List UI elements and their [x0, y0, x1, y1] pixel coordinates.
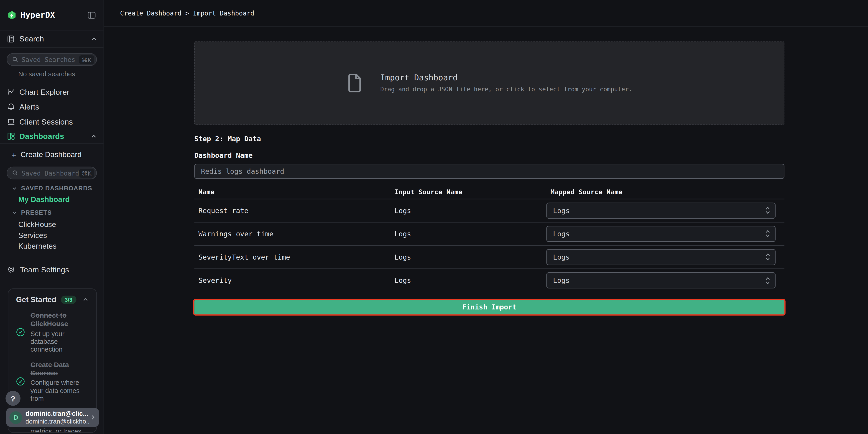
chevron-up-icon [91, 36, 97, 42]
row-name: SeverityText over time [194, 253, 390, 261]
row-input-source: Logs [390, 276, 547, 284]
dropzone-subtitle: Drag and drop a JSON file here, or click… [380, 86, 632, 93]
user-menu[interactable]: D dominic.tran@clic... dominic.tran@clic… [6, 408, 99, 427]
app: HyperDX Search [0, 0, 868, 434]
step-title: Step 2: Map Data [194, 134, 784, 143]
main-content: Create Dashboard > Import Dashboard Impo… [104, 0, 868, 434]
chevron-down-icon [11, 210, 17, 215]
get-started-item: Create Data Sources Configure where your… [13, 361, 91, 402]
select-chevrons-icon [765, 275, 771, 285]
no-saved-searches-text: No saved searches [18, 70, 103, 79]
preset-item-clickhouse[interactable]: ClickHouse [0, 219, 103, 230]
saved-dashboards-placeholder: Saved Dashboards [22, 169, 79, 177]
avatar: D [9, 411, 22, 424]
sidebar-item-alerts[interactable]: Alerts [0, 99, 103, 114]
dropzone-title: Import Dashboard [380, 73, 632, 82]
preset-item-services[interactable]: Services [0, 230, 103, 241]
saved-dashboards-input[interactable]: Saved Dashboards ⌘K [7, 167, 97, 179]
mapped-source-select[interactable]: Logs [546, 203, 775, 219]
progress-badge: 3/3 [61, 296, 76, 304]
column-header-input-source: Input Source Name [390, 188, 547, 196]
row-name: Severity [194, 276, 390, 284]
chevron-up-icon [91, 133, 97, 140]
table-row: Severity Logs Logs [194, 269, 784, 292]
search-icon [12, 57, 18, 63]
sidebar: HyperDX Search [0, 0, 104, 434]
sidebar-item-my-dashboard[interactable]: My Dashboard [0, 194, 103, 205]
shortcut-badge: ⌘K [79, 168, 94, 177]
dashboard-name-label: Dashboard Name [194, 151, 784, 159]
table-header-row: Name Input Source Name Mapped Source Nam… [194, 186, 784, 199]
sidebar-item-dashboards[interactable]: Dashboards [0, 129, 103, 144]
row-input-source: Logs [390, 229, 547, 238]
column-header-mapped-source: Mapped Source Name [546, 188, 784, 196]
sidebar-item-chart-explorer[interactable]: Chart Explorer [0, 84, 103, 99]
mapped-source-select[interactable]: Logs [546, 272, 775, 288]
gear-icon [7, 265, 16, 274]
table-row: Warnings over time Logs Logs [194, 222, 784, 245]
help-button[interactable]: ? [5, 391, 21, 406]
preset-list: ClickHouse Services Kubernetes [0, 219, 103, 251]
search-icon [12, 170, 18, 176]
shortcut-badge: ⌘K [79, 55, 94, 64]
chart-icon [7, 87, 16, 96]
preset-item-kubernetes[interactable]: Kubernetes [0, 241, 103, 251]
map-data-table: Name Input Source Name Mapped Source Nam… [194, 186, 784, 292]
team-settings-button[interactable]: Team Settings [0, 262, 103, 277]
page-header: Create Dashboard > Import Dashboard [104, 0, 868, 27]
search-section-label: Search [19, 34, 44, 43]
hyperdx-logo-icon [7, 10, 17, 20]
create-dashboard-button[interactable]: + Create Dashboard [0, 147, 103, 162]
row-name: Warnings over time [194, 229, 390, 238]
sidebar-section-search[interactable]: Search [0, 31, 103, 48]
sidebar-item-client-sessions[interactable]: Client Sessions [0, 114, 103, 129]
dashboards-icon [7, 132, 16, 141]
select-chevrons-icon [765, 252, 771, 262]
brand-row: HyperDX [0, 0, 103, 31]
user-email: dominic.tran@clickho... [26, 417, 90, 425]
sidebar-toggle-icon[interactable] [87, 10, 96, 20]
brand-name: HyperDX [21, 10, 55, 19]
user-name: dominic.tran@clic... [26, 409, 90, 417]
dashboard-name-input[interactable] [194, 164, 784, 179]
column-header-name: Name [194, 188, 390, 196]
row-name: Request rate [194, 206, 390, 215]
table-row: SeverityText over time Logs Logs [194, 245, 784, 269]
chevron-right-icon [90, 415, 96, 420]
presets-section-header[interactable]: PRESETS [0, 208, 103, 217]
chevron-up-icon[interactable] [83, 297, 89, 303]
row-input-source: Logs [390, 206, 547, 215]
sidebar-nav: Chart Explorer Alerts Client Sessions Da… [0, 84, 103, 144]
mapped-source-select[interactable]: Logs [546, 249, 775, 265]
import-dropzone[interactable]: Import Dashboard Drag and drop a JSON fi… [194, 41, 784, 125]
laptop-icon [7, 117, 16, 126]
select-chevrons-icon [765, 228, 771, 239]
row-input-source: Logs [390, 253, 547, 261]
check-circle-icon [16, 328, 25, 337]
check-circle-icon [16, 377, 25, 386]
saved-searches-placeholder: Saved Searches [22, 56, 79, 63]
plus-icon: + [11, 150, 19, 159]
saved-searches-input[interactable]: Saved Searches ⌘K [7, 53, 97, 66]
bell-icon [7, 102, 16, 111]
file-icon [347, 73, 362, 93]
get-started-title: Get Started [16, 296, 57, 304]
saved-dashboards-section-header[interactable]: SAVED DASHBOARDS [0, 184, 103, 193]
select-chevrons-icon [765, 206, 771, 215]
chevron-down-icon [11, 185, 17, 191]
table-row: Request rate Logs Logs [194, 199, 784, 222]
finish-import-button[interactable]: Finish Import [194, 300, 784, 314]
mapped-source-select[interactable]: Logs [546, 226, 775, 242]
search-section-icon [7, 35, 15, 43]
get-started-item: Connect to ClickHouse Set up your databa… [13, 312, 91, 353]
breadcrumb: Create Dashboard > Import Dashboard [120, 9, 254, 17]
